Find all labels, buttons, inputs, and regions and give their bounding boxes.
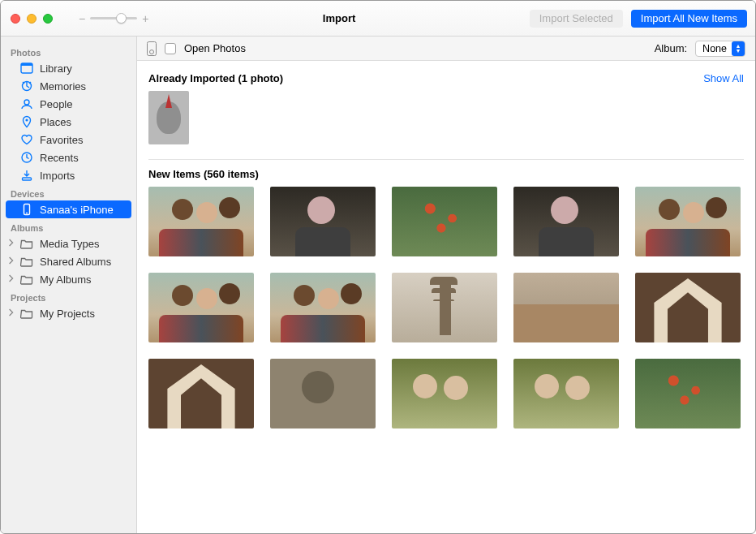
show-all-link[interactable]: Show All <box>703 72 744 84</box>
photo-thumbnail[interactable] <box>513 359 619 428</box>
device-icon <box>147 41 157 56</box>
import-scroll-area[interactable]: Already Imported (1 photo) Show All New … <box>137 61 755 533</box>
svg-rect-1 <box>21 63 32 66</box>
album-select[interactable]: None ▲▼ <box>695 41 745 57</box>
sidebar: PhotosLibraryMemoriesPeoplePlacesFavorit… <box>1 37 137 533</box>
photo-thumbnail[interactable] <box>635 187 741 256</box>
import-all-button[interactable]: Import All New Items <box>631 10 747 28</box>
chevron-right-icon[interactable] <box>8 273 16 285</box>
sidebar-section-header: Devices <box>1 184 136 200</box>
photo-thumbnail[interactable] <box>270 187 376 256</box>
svg-point-8 <box>26 213 28 214</box>
folder-icon <box>20 237 33 250</box>
already-imported-title: Already Imported (1 photo) <box>148 72 283 84</box>
sidebar-item-label: Media Types <box>40 238 99 250</box>
content-pane: Open Photos Album: None ▲▼ Already Impor… <box>137 37 755 533</box>
sidebar-item-label: Sanaa's iPhone <box>40 204 114 216</box>
places-icon <box>20 115 33 128</box>
photo-thumbnail[interactable] <box>392 359 497 428</box>
memories-icon <box>20 80 33 93</box>
sidebar-item-projects[interactable]: My Projects <box>1 304 136 322</box>
sidebar-item-imports[interactable]: Imports <box>1 166 136 184</box>
select-arrows-icon: ▲▼ <box>732 41 745 56</box>
people-icon <box>20 97 33 110</box>
sidebar-item-memories[interactable]: Memories <box>1 77 136 95</box>
sidebar-section-header: Albums <box>1 218 136 235</box>
sidebar-item-label: Memories <box>40 80 86 93</box>
new-items-grid <box>148 187 744 428</box>
photo-thumbnail[interactable] <box>513 187 619 256</box>
svg-point-4 <box>25 118 28 121</box>
import-options-bar: Open Photos Album: None ▲▼ <box>137 37 755 61</box>
sidebar-item-library[interactable]: Library <box>1 59 136 77</box>
sidebar-item-media[interactable]: Media Types <box>1 235 136 252</box>
sidebar-item-recents[interactable]: Recents <box>1 149 136 166</box>
sidebar-item-label: Recents <box>40 152 79 164</box>
new-items-header: New Items (560 items) <box>148 168 744 180</box>
sidebar-item-label: Library <box>40 62 72 75</box>
sidebar-item-label: Shared Albums <box>40 256 111 268</box>
zoom-icon[interactable] <box>43 14 53 24</box>
sidebar-item-places[interactable]: Places <box>1 113 136 131</box>
sidebar-item-shared[interactable]: Shared Albums <box>1 252 136 270</box>
clock-icon <box>20 151 33 164</box>
plus-icon: + <box>142 12 148 25</box>
sidebar-item-mine[interactable]: My Albums <box>1 270 136 288</box>
photo-thumbnail[interactable] <box>148 91 189 144</box>
minimize-icon[interactable] <box>27 14 37 24</box>
slider-knob[interactable] <box>116 13 127 24</box>
photo-thumbnail[interactable] <box>513 273 619 342</box>
sidebar-item-label: Favorites <box>40 134 83 146</box>
photo-thumbnail[interactable] <box>270 359 376 428</box>
album-label: Album: <box>655 42 687 54</box>
close-icon[interactable] <box>11 14 20 24</box>
new-items-title: New Items (560 items) <box>148 168 259 180</box>
sidebar-item-device[interactable]: Sanaa's iPhone <box>6 200 131 218</box>
sidebar-item-label: Places <box>40 116 71 128</box>
folder-icon <box>20 307 33 320</box>
album-select-value: None <box>702 43 727 54</box>
already-imported-grid <box>148 91 744 144</box>
photo-thumbnail[interactable] <box>635 273 741 342</box>
sidebar-item-label: My Albums <box>40 273 92 286</box>
photo-thumbnail[interactable] <box>270 273 376 342</box>
photo-thumbnail[interactable] <box>635 359 741 428</box>
photo-thumbnail[interactable] <box>392 273 497 342</box>
photo-thumbnail[interactable] <box>148 359 254 428</box>
titlebar: − + Import Import Selected Import All Ne… <box>1 1 755 37</box>
sidebar-section-header: Photos <box>1 43 136 59</box>
heart-icon <box>20 133 33 146</box>
chevron-right-icon[interactable] <box>8 256 16 267</box>
sidebar-item-label: People <box>40 98 72 110</box>
library-icon <box>20 62 33 75</box>
photo-thumbnail[interactable] <box>148 187 254 256</box>
folder-icon <box>20 255 33 268</box>
slider-track[interactable] <box>90 17 137 19</box>
chevron-right-icon[interactable] <box>8 238 16 249</box>
already-imported-header: Already Imported (1 photo) Show All <box>148 72 744 84</box>
window-controls <box>11 14 53 24</box>
svg-point-3 <box>24 100 29 105</box>
chevron-right-icon[interactable] <box>8 308 16 319</box>
zoom-slider[interactable]: − + <box>79 12 148 25</box>
sidebar-section-header: Projects <box>1 288 136 304</box>
open-photos-label: Open Photos <box>184 42 246 54</box>
photo-thumbnail[interactable] <box>148 273 254 342</box>
section-divider <box>148 159 744 160</box>
open-photos-checkbox[interactable] <box>165 43 176 54</box>
photo-thumbnail[interactable] <box>392 187 497 256</box>
sidebar-item-people[interactable]: People <box>1 95 136 113</box>
folder-icon <box>20 273 33 286</box>
sidebar-item-label: Imports <box>40 170 75 182</box>
import-selected-button[interactable]: Import Selected <box>530 10 623 28</box>
window-title: Import <box>148 12 529 24</box>
sidebar-item-label: My Projects <box>40 308 95 320</box>
minus-icon: − <box>79 12 85 25</box>
svg-rect-6 <box>23 178 32 180</box>
phone-icon <box>20 203 33 216</box>
sidebar-item-favorites[interactable]: Favorites <box>1 131 136 149</box>
download-icon <box>20 169 33 182</box>
